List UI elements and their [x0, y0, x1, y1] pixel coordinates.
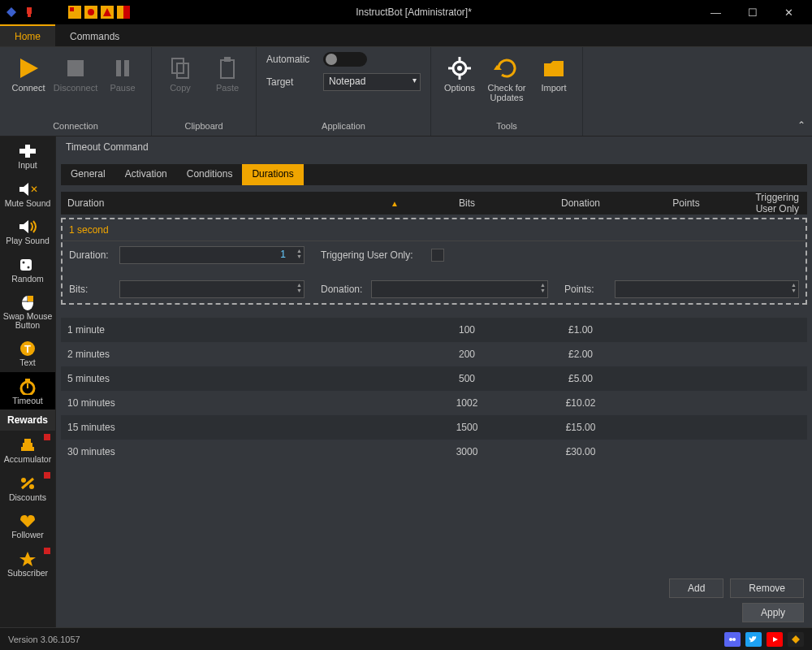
svg-marker-30 [19, 220, 28, 233]
subtab-conditions[interactable]: Conditions [177, 164, 243, 185]
ribbon: Connect Disconnect Pause Connection Copy… [0, 47, 812, 136]
subtab-general[interactable]: General [61, 164, 115, 185]
target-dropdown[interactable]: Notepad [323, 73, 421, 91]
paste-icon [214, 55, 240, 81]
disconnect-label: Disconnect [54, 83, 97, 93]
sidebar-item-text[interactable]: TText [0, 334, 55, 372]
apply-button[interactable]: Apply [742, 603, 804, 622]
col-duration[interactable]: Duration▲ [61, 197, 410, 209]
group-tools-label: Tools [496, 119, 517, 134]
sidebar-item-input[interactable]: Input [0, 136, 55, 175]
dpad-icon [16, 141, 39, 161]
table-row[interactable]: 1 minute100£1.00 [61, 318, 807, 342]
speaker-icon [16, 217, 39, 236]
twitter-icon[interactable] [745, 632, 762, 647]
edit-row-title: 1 second [63, 219, 806, 241]
close-button[interactable]: ✕ [771, 0, 807, 24]
col-donation[interactable]: Donation [524, 197, 637, 209]
automatic-label: Automatic [266, 54, 315, 65]
connect-label: Connect [12, 83, 45, 93]
svg-rect-2 [28, 14, 31, 17]
maximize-button[interactable]: ☐ [734, 0, 771, 24]
sidebar-item-discounts[interactable]: Discounts [0, 469, 55, 507]
extra-icon[interactable] [788, 632, 804, 647]
svg-point-20 [457, 66, 462, 71]
automatic-toggle[interactable] [323, 52, 367, 67]
sidebar-item-timeout[interactable]: Timeout [0, 372, 55, 410]
table-row[interactable]: 30 minutes3000£30.00 [61, 440, 807, 464]
subtab-durations[interactable]: Durations [242, 164, 303, 185]
button-bar: Add Remove [56, 574, 812, 603]
status-bar: Version 3.06.1057 [0, 627, 812, 650]
group-application-label: Application [322, 119, 365, 134]
table-row[interactable]: 10 minutes1002£10.02 [61, 391, 807, 415]
sidebar-item-label: Timeout [12, 396, 43, 405]
edit-donation-input[interactable]: ▲▼ [371, 280, 548, 298]
sidebar-item-follower[interactable]: Follower [0, 506, 55, 544]
sidebar-item-accumulator[interactable]: Accumulator [0, 431, 55, 469]
mini-icon-3[interactable] [101, 6, 114, 19]
table-row[interactable]: 15 minutes1500£15.00 [61, 415, 807, 440]
sidebar: Input✕Mute SoundPlay SoundRandomSwap Mou… [0, 136, 55, 627]
check-updates-button[interactable]: Check for Updates [485, 54, 529, 102]
col-bits[interactable]: Bits [410, 197, 524, 209]
sidebar-item-label: Random [11, 275, 44, 284]
connect-button[interactable]: Connect [6, 54, 50, 93]
title-bar: InstructBot [Administrator]* ― ☐ ✕ [0, 0, 812, 24]
sidebar-item-random[interactable]: Random [0, 250, 55, 288]
edit-bits-input[interactable]: ▲▼ [119, 280, 304, 298]
star-icon [16, 549, 39, 569]
svg-marker-52 [792, 635, 800, 644]
svg-rect-36 [28, 296, 33, 301]
edit-donation-label: Donation: [321, 284, 366, 295]
add-button[interactable]: Add [669, 578, 723, 598]
options-button[interactable]: Options [438, 54, 482, 93]
col-points[interactable]: Points [637, 197, 735, 209]
updates-label: Check for Updates [487, 83, 525, 102]
sidebar-item-swap-mouse-button[interactable]: Swap Mouse Button [0, 288, 55, 334]
sidebar-item-play-sound[interactable]: Play Sound [0, 212, 55, 250]
cell-duration: 5 minutes [61, 373, 410, 384]
svg-rect-42 [21, 447, 34, 451]
text-icon: T [16, 339, 39, 358]
sidebar-item-mute-sound[interactable]: ✕Mute Sound [0, 175, 55, 213]
mini-icon-4[interactable] [117, 6, 130, 19]
badge-icon [44, 548, 50, 554]
cell-bits: 3000 [410, 446, 524, 457]
svg-rect-13 [116, 60, 121, 76]
table-row[interactable]: 2 minutes200£2.00 [61, 342, 807, 366]
menu-tab-commands[interactable]: Commands [55, 24, 134, 46]
subtab-bar: General Activation Conditions Durations [61, 164, 807, 185]
sidebar-item-label: Accumulator [4, 455, 51, 464]
table-row[interactable]: 5 minutes500£5.00 [61, 366, 807, 391]
cell-donation: £30.00 [524, 446, 637, 457]
remove-button[interactable]: Remove [730, 578, 804, 598]
menu-tab-home[interactable]: Home [0, 24, 55, 46]
discord-icon[interactable] [724, 632, 741, 647]
sidebar-item-label: Subscriber [7, 569, 48, 578]
col-tuo[interactable]: Triggering User Only [735, 192, 807, 214]
edit-duration-input[interactable]: 1▲▼ [119, 246, 304, 264]
minimize-button[interactable]: ― [698, 0, 734, 24]
sort-asc-icon: ▲ [391, 199, 404, 208]
folder-icon [541, 55, 567, 81]
subtab-activation[interactable]: Activation [115, 164, 177, 185]
svg-marker-11 [20, 58, 38, 78]
edit-tuo-checkbox[interactable] [431, 249, 444, 262]
edit-points-input[interactable]: ▲▼ [615, 280, 799, 298]
sidebar-item-label: Mute Sound [5, 199, 51, 208]
badge-icon [44, 434, 50, 440]
mini-icon-2[interactable] [84, 6, 97, 19]
import-button[interactable]: Import [532, 54, 576, 93]
edit-points-label: Points: [564, 284, 610, 295]
ribbon-collapse-chevron[interactable]: ⌃ [797, 119, 806, 131]
paste-button: Paste [205, 54, 249, 93]
svg-point-6 [88, 9, 94, 15]
youtube-icon[interactable] [767, 632, 783, 647]
cell-bits: 100 [410, 324, 524, 336]
sidebar-item-label: Follower [11, 531, 44, 540]
svg-point-49 [729, 638, 732, 641]
menu-bar: Home Commands [0, 24, 812, 47]
mini-icon-1[interactable] [68, 6, 81, 19]
sidebar-item-subscriber[interactable]: Subscriber [0, 544, 55, 583]
